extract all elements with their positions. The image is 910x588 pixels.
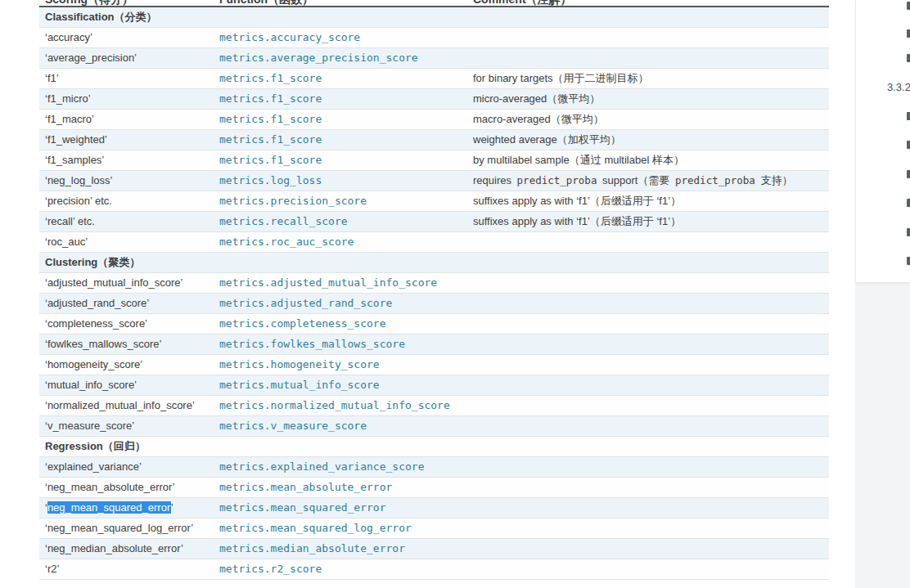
scoring-cell: ‘fowlkes_mallows_score’	[45, 334, 161, 354]
cell-text: suffixes apply as with ‘f1’（后缀适用于 ‘f1’）	[473, 215, 681, 227]
cell-text: ‘neg_mean_absolute_error’	[45, 481, 175, 493]
table-row: ‘average_precision’metrics.average_preci…	[39, 48, 829, 69]
scoring-cell: ‘accuracy’	[45, 28, 92, 47]
function-link[interactable]: metrics.f1_score	[219, 72, 322, 84]
toc-item-sliver[interactable]	[907, 2, 910, 10]
cell-text: ‘neg_median_absolute_error’	[45, 542, 183, 554]
function-link[interactable]: metrics.v_measure_score	[219, 420, 367, 432]
cell-text: ‘accuracy’	[45, 31, 92, 43]
scoring-cell: ‘f1_micro’	[45, 89, 91, 109]
cell-text: ‘homogeneity_score’	[45, 358, 142, 370]
cell-text: ‘f1’	[45, 72, 59, 84]
function-link[interactable]: metrics.recall_score	[219, 215, 348, 227]
table-row: ‘f1_macro’metrics.f1_scoremacro-averaged…	[39, 110, 829, 130]
function-link[interactable]: metrics.roc_auc_score	[219, 236, 354, 248]
function-link[interactable]: metrics.accuracy_score	[219, 31, 360, 43]
cell-text: ‘f1_weighted’	[45, 133, 107, 146]
table-row: ‘accuracy’metrics.accuracy_score	[39, 28, 829, 48]
function-cell: metrics.precision_score	[219, 191, 367, 211]
function-link[interactable]: metrics.mean_absolute_error	[219, 481, 392, 493]
cell-text: ‘f1_micro’	[45, 92, 91, 105]
right-sidebar: 3.3.2	[855, 0, 910, 588]
function-link[interactable]: metrics.mean_squared_log_error	[219, 522, 412, 534]
scoring-cell: ‘precision’ etc.	[45, 191, 112, 211]
comment-cell: macro-averaged（微平均）	[473, 110, 604, 129]
docs-page: Scoring（得分） Function（函数） Comment（注解） Cla…	[0, 0, 910, 588]
function-cell: metrics.mean_absolute_error	[219, 478, 392, 497]
function-link[interactable]: metrics.explained_variance_score	[219, 460, 424, 473]
cell-text: ‘v_measure_score’	[45, 420, 134, 432]
function-link[interactable]: metrics.mean_squared_error	[219, 501, 386, 514]
function-link[interactable]: metrics.completeness_score	[219, 317, 386, 330]
function-link[interactable]: metrics.f1_score	[219, 113, 322, 125]
cell-text: macro-averaged（微平均）	[473, 113, 604, 125]
cell-text: ‘fowlkes_mallows_score’	[45, 338, 161, 350]
toc-item-sliver[interactable]	[907, 257, 910, 265]
scoring-cell: ‘explained_variance’	[45, 457, 142, 477]
table-row: ‘precision’ etc.metrics.precision_scores…	[39, 191, 829, 212]
function-link[interactable]: metrics.r2_score	[219, 563, 322, 575]
function-cell: metrics.mutual_info_score	[219, 375, 380, 395]
selected-text: neg_mean_squared_error	[47, 501, 171, 514]
scoring-cell: ‘neg_median_absolute_error’	[45, 539, 183, 559]
function-cell: metrics.homogeneity_score	[219, 355, 380, 375]
scoring-cell: ‘adjusted_mutual_info_score’	[45, 273, 182, 293]
cell-text: ‘f1_samples’	[45, 154, 104, 166]
toc-item-sliver[interactable]	[907, 228, 910, 236]
comment-cell: weighted average（加权平均）	[473, 130, 621, 150]
function-cell: metrics.f1_score	[219, 110, 322, 129]
scoring-cell: ‘mutual_info_score’	[45, 375, 137, 395]
table-row: ‘r2’metrics.r2_score	[39, 559, 829, 580]
function-link[interactable]: metrics.homogeneity_score	[219, 358, 380, 370]
cell-text: ‘normalized_mutual_info_score’	[45, 399, 195, 411]
scoring-cell: ‘r2’	[45, 559, 59, 579]
function-link[interactable]: metrics.f1_score	[219, 133, 322, 146]
comment-cell: for binary targets（用于二进制目标）	[473, 69, 649, 88]
function-link[interactable]: metrics.fowlkes_mallows_score	[219, 338, 405, 350]
toc-item-sliver[interactable]	[907, 199, 910, 207]
function-link[interactable]: metrics.f1_score	[219, 154, 322, 166]
scoring-cell: ‘roc_auc’	[45, 232, 88, 252]
table-row: ‘f1’metrics.f1_scorefor binary targets（用…	[39, 69, 829, 89]
scoring-cell: ‘v_measure_score’	[45, 416, 134, 436]
table-body: Classification（分类）‘accuracy’metrics.accu…	[39, 7, 829, 580]
toc-item-sliver[interactable]	[907, 141, 910, 149]
comment-cell: micro-averaged（微平均）	[473, 89, 600, 109]
function-cell: metrics.adjusted_mutual_info_score	[219, 273, 437, 293]
cell-text: ‘f1_macro’	[45, 113, 94, 125]
table-row: ‘fowlkes_mallows_score’metrics.fowlkes_m…	[39, 334, 829, 355]
toc-item-sliver[interactable]	[907, 54, 910, 62]
function-link[interactable]: metrics.precision_score	[219, 195, 367, 207]
comment-cell: suffixes apply as with ‘f1’（后缀适用于 ‘f1’）	[473, 191, 681, 211]
scoring-cell: ‘neg_mean_squared_log_error’	[45, 518, 193, 538]
function-link[interactable]: metrics.average_precision_score	[219, 52, 418, 64]
column-header-scoring: Scoring（得分）	[45, 0, 133, 7]
function-link[interactable]: metrics.mutual_info_score	[219, 379, 380, 391]
cell-text: ‘precision’ etc.	[45, 195, 112, 207]
cell-text: ‘explained_variance’	[45, 460, 142, 473]
function-link[interactable]: metrics.adjusted_mutual_info_score	[219, 276, 437, 289]
function-cell: metrics.v_measure_score	[219, 416, 367, 436]
function-link[interactable]: metrics.log_loss	[219, 174, 322, 186]
scoring-cell: ‘neg_log_loss’	[45, 171, 112, 191]
function-cell: metrics.fowlkes_mallows_score	[219, 334, 405, 354]
function-link[interactable]: metrics.median_absolute_error	[219, 542, 405, 554]
function-link[interactable]: metrics.f1_score	[219, 92, 322, 105]
column-header-function: Function（函数）	[219, 0, 313, 7]
table-row: ‘v_measure_score’metrics.v_measure_score	[39, 416, 829, 437]
toc-item-section-number[interactable]: 3.3.2	[887, 81, 910, 93]
toc-item-sliver[interactable]	[907, 170, 910, 178]
toc-item-sliver[interactable]	[907, 112, 910, 120]
scoring-cell: ‘f1_samples’	[45, 150, 104, 170]
table-row: ‘recall’ etc.metrics.recall_scoresuffixe…	[39, 212, 829, 232]
scoring-metrics-table: Scoring（得分） Function（函数） Comment（注解） Cla…	[39, 0, 829, 580]
table-row: ‘f1_samples’metrics.f1_scoreby multilabe…	[39, 150, 829, 171]
table-row: ‘roc_auc’metrics.roc_auc_score	[39, 232, 829, 253]
table-row: ‘neg_mean_squared_log_error’metrics.mean…	[39, 518, 829, 539]
inline-code: predict_proba	[515, 174, 600, 186]
function-cell: metrics.mean_squared_error	[219, 498, 386, 518]
toc-item-sliver[interactable]	[907, 29, 910, 38]
function-link[interactable]: metrics.adjusted_rand_score	[219, 297, 392, 309]
function-cell: metrics.roc_auc_score	[219, 232, 354, 252]
function-link[interactable]: metrics.normalized_mutual_info_score	[219, 399, 450, 411]
